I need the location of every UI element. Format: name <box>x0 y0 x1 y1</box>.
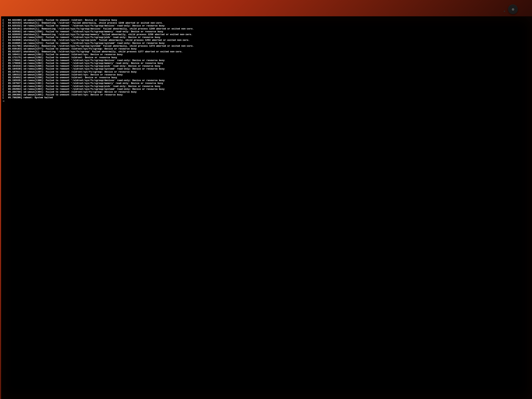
log-line: [ 95.195535] sd-remou[1300]: Failed to r… <box>2 79 531 82</box>
log-line: [ 95.172175] sd-umoun[1292]: Failed to u… <box>2 56 531 59</box>
webcam-bezel <box>508 4 518 14</box>
log-line: [ 95.010825] sd-remou[1274]: Failed to r… <box>2 42 531 45</box>
log-line: [ 95.206366] sd-umoun[1305]: Failed to u… <box>2 94 531 96</box>
log-line: [ 94.823153] shutdown[1]: Unmounting '/o… <box>2 22 531 25</box>
log-line: [ 95.184530] sd-remou[1296]: Failed to r… <box>2 68 531 70</box>
webcam-lens-icon <box>512 8 514 11</box>
log-line: [ 95.204768] sd-umoun[1304]: Failed to u… <box>2 91 531 94</box>
log-line: [ 94.829555] shutdown[1]: Remounting '/o… <box>2 33 531 36</box>
log-line: [ 95.031037] shutdown[1]: Unmounting '/o… <box>2 50 531 53</box>
log-line: [ 94.825332] sd-remou[1249]: Failed to r… <box>2 25 531 27</box>
log-line: [ 95.181616] sd-remou[1295]: Failed to r… <box>2 65 531 68</box>
log-line: [ 95.197947] sd-remou[1301]: Failed to r… <box>2 82 531 85</box>
log-line: [ 95.189312] sd-umoun[1298]: Failed to u… <box>2 73 531 76</box>
log-line: [ 94.828562] sd-remou[1250]: Failed to r… <box>2 30 531 33</box>
log-line: [ 95.030183] sd-umoun[1277]: Failed to u… <box>2 48 531 50</box>
log-line: [ 94.822289] sd-umoun[1248]: Failed to u… <box>2 19 531 22</box>
log-line: [ 95.202964] sd-remou[1303]: Failed to r… <box>2 88 531 91</box>
log-line: [ 94.843010] sd-remou[1253]: Failed to r… <box>2 36 531 39</box>
log-line: [ 95.187011] sd-umoun[1297]: Failed to u… <box>2 70 531 73</box>
log-line: [ 94.844098] shutdown[1]: Remounting '/o… <box>2 39 531 42</box>
log-line: [ 95.178836] sd-remou[1294]: Failed to r… <box>2 62 531 65</box>
cursor-icon <box>3 101 4 101</box>
log-line: [ 95.193052] sd-umoun[1299]: Failed to u… <box>2 76 531 79</box>
kernel-log-output: [ 94.822289] sd-umoun[1248]: Failed to u… <box>2 19 531 99</box>
log-line: [ 95.200505] sd-remou[1302]: Failed to r… <box>2 85 531 88</box>
log-line: [ 94.826191] shutdown[1]: Remounting '/o… <box>2 27 531 30</box>
indicator-led-icon <box>504 11 505 12</box>
log-line: [ 95.169411] sd-umoun[1291]: Failed to u… <box>2 53 531 56</box>
log-line: [ 95.176041] sd-remou[1293]: Failed to r… <box>2 59 531 62</box>
log-line: [ 95.011796] shutdown[1]: Remounting '/o… <box>2 45 531 48</box>
console-screen: [ 94.822289] sd-umoun[1248]: Failed to u… <box>1 16 532 399</box>
log-line: [ 95.790299] reboot: System halted <box>2 96 531 99</box>
